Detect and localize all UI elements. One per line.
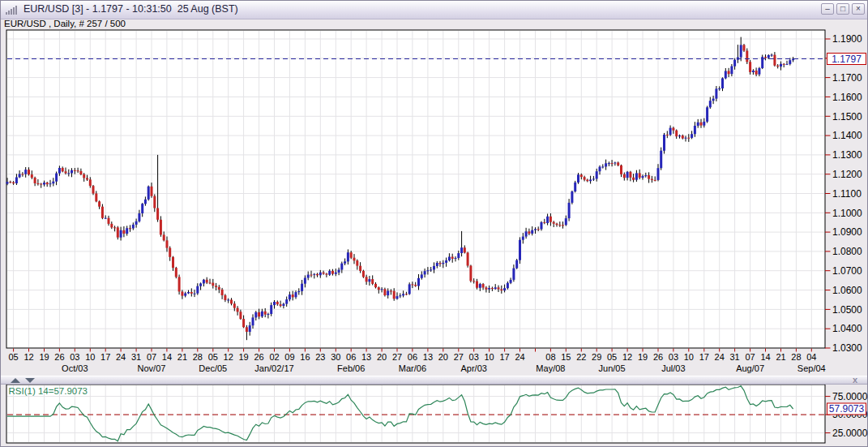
chart-icon: [6, 5, 19, 15]
chart-window: 1.19001.18001.17001.16001.15001.14001.13…: [0, 0, 868, 447]
rsi-indicator-label: RSI(1) 14=57.9073: [9, 386, 88, 396]
price-axis[interactable]: [825, 30, 868, 348]
panel-splitter[interactable]: x: [1, 376, 867, 385]
chart-info-header: EUR/USD , Daily, # 257 / 500: [4, 19, 126, 30]
time-axis[interactable]: [6, 348, 825, 376]
rsi-panel-close-icon[interactable]: x: [853, 375, 857, 385]
window-title: EUR/USD [3] - 1.1797 - 10:31:50 25 Aug (…: [24, 3, 238, 15]
close-button[interactable]: ×: [852, 3, 865, 15]
splitter-expand-icon[interactable]: [25, 378, 35, 383]
title-bar[interactable]: EUR/USD [3] - 1.1797 - 10:31:50 25 Aug (…: [1, 1, 867, 19]
rsi-axis[interactable]: [825, 385, 868, 443]
minimize-button[interactable]: –: [821, 3, 834, 15]
maximize-button[interactable]: □: [836, 3, 849, 15]
splitter-collapse-icon[interactable]: [11, 378, 20, 383]
